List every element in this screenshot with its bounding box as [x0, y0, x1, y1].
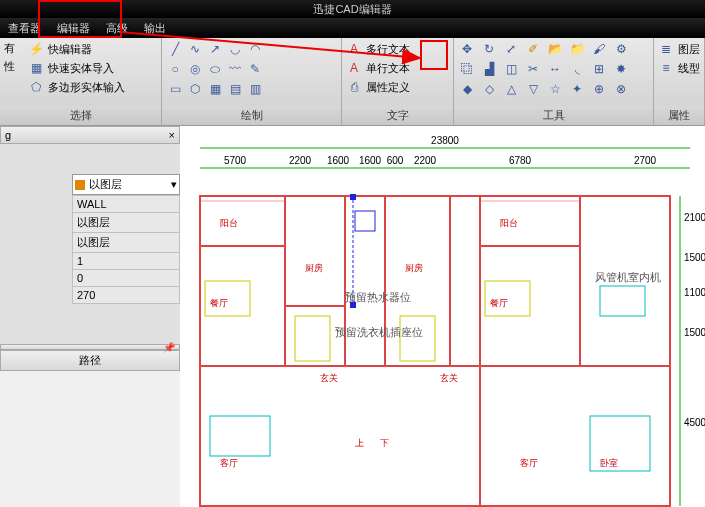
menu-advanced[interactable]: 高级 [98, 18, 136, 38]
prop-bylayer1[interactable]: 以图层 [73, 213, 180, 233]
prop-bylayer2[interactable]: 以图层 [73, 233, 180, 253]
ribbon: 有 性 ⚡快编辑器 ▦快速实体导入 ⬠多边形实体输入 选择 ╱ ∿ ↗ ◡ ◠ … [0, 38, 705, 126]
array-icon[interactable]: ⊞ [590, 60, 608, 78]
ellipse-icon[interactable]: ⬭ [206, 60, 224, 78]
svg-text:23800: 23800 [431, 135, 459, 146]
svg-text:4500: 4500 [684, 417, 705, 428]
app-title: 迅捷CAD编辑器 [313, 2, 391, 17]
menubar: 查看器 编辑器 高级 输出 [0, 18, 705, 38]
svg-text:预留热水器位: 预留热水器位 [345, 291, 411, 303]
svg-text:卧室: 卧室 [600, 458, 618, 468]
close-icon[interactable]: × [169, 129, 175, 141]
t1-icon[interactable]: ◆ [458, 80, 476, 98]
group-select: 选择 [0, 106, 161, 125]
mirror-icon[interactable]: ▟ [480, 60, 498, 78]
grid-icon[interactable]: ▤ [226, 80, 244, 98]
svg-text:客厅: 客厅 [220, 458, 238, 468]
menu-editor[interactable]: 编辑器 [49, 18, 98, 38]
prop-wall[interactable]: WALL [73, 196, 180, 213]
svg-text:预留洗衣机插座位: 预留洗衣机插座位 [335, 326, 423, 338]
cleanup-icon[interactable]: ✐ [524, 40, 542, 58]
prop-one[interactable]: 1 [73, 253, 180, 270]
stext-btn[interactable]: A单行文本 [346, 59, 449, 77]
t8-icon[interactable]: ⊗ [612, 80, 630, 98]
prop-zero[interactable]: 0 [73, 270, 180, 287]
svg-text:玄关: 玄关 [320, 373, 338, 383]
svg-rect-34 [295, 316, 330, 361]
menu-viewer[interactable]: 查看器 [0, 18, 49, 38]
layer-combo[interactable]: 以图层▾ [72, 174, 180, 195]
pin-icon[interactable]: 📌 [163, 342, 175, 353]
circle-icon[interactable]: ○ [166, 60, 184, 78]
svg-text:风管机室内机: 风管机室内机 [595, 271, 661, 283]
quick-edit-btn[interactable]: ⚡快编辑器 [28, 40, 125, 58]
svg-text:厨房: 厨房 [405, 263, 423, 273]
ray-icon[interactable]: ↗ [206, 40, 224, 58]
svg-text:2200: 2200 [414, 155, 437, 166]
line-icon[interactable]: ╱ [166, 40, 184, 58]
t5-icon[interactable]: ☆ [546, 80, 564, 98]
svg-text:2200: 2200 [289, 155, 312, 166]
arc-icon[interactable]: ◡ [226, 40, 244, 58]
chevron-down-icon: ▾ [171, 178, 177, 191]
spline-icon[interactable]: 〰 [226, 60, 244, 78]
svg-text:2100: 2100 [684, 212, 705, 223]
copy-icon[interactable]: ⿻ [458, 60, 476, 78]
circle2-icon[interactable]: ◎ [186, 60, 204, 78]
layer-icon: ≣ [658, 41, 674, 57]
attrdef-btn[interactable]: ⎙属性定义 [346, 78, 449, 96]
hatch-icon[interactable]: ▦ [206, 80, 224, 98]
rotate-icon[interactable]: ↻ [480, 40, 498, 58]
svg-text:5700: 5700 [224, 155, 247, 166]
t6-icon[interactable]: ✦ [568, 80, 586, 98]
svg-text:6780: 6780 [509, 155, 532, 166]
scale-icon[interactable]: ⤢ [502, 40, 520, 58]
settings-icon[interactable]: ⚙ [612, 40, 630, 58]
svg-rect-33 [590, 416, 650, 471]
extend-icon[interactable]: ↔ [546, 60, 564, 78]
offset-icon[interactable]: ◫ [502, 60, 520, 78]
sel-props[interactable]: 性 [4, 59, 15, 74]
color-swatch [75, 180, 85, 190]
prop-angle[interactable]: 270 [73, 287, 180, 304]
t7-icon[interactable]: ⊕ [590, 80, 608, 98]
t4-icon[interactable]: ▽ [524, 80, 542, 98]
svg-text:1100: 1100 [684, 287, 705, 298]
mtext-btn[interactable]: A多行文本 [346, 40, 449, 58]
svg-text:1600: 1600 [359, 155, 382, 166]
folder-icon[interactable]: 📁 [568, 40, 586, 58]
tools-grid: ✥ ↻ ⤢ ✐ 📂 📁 🖌 ⚙ ⿻ ▟ ◫ ✂ ↔ ◟ ⊞ ✸ ◆ ◇ △ ▽ … [458, 40, 649, 98]
svg-rect-40 [350, 194, 356, 200]
explode-icon[interactable]: ✸ [612, 60, 630, 78]
layer-btn[interactable]: ≣图层 [658, 40, 700, 58]
pen-icon[interactable]: ✎ [246, 60, 264, 78]
stext-icon: A [346, 60, 362, 76]
drawing-area[interactable]: 23800 5700 2200 1600 1600 600 2200 6780 … [180, 126, 705, 507]
hex-icon[interactable]: ⬡ [186, 80, 204, 98]
quick-import-btn[interactable]: ▦快速实体导入 [28, 59, 125, 77]
linetype-btn[interactable]: ≡线型 [658, 59, 700, 77]
rect-icon[interactable]: ▭ [166, 80, 184, 98]
file-tab[interactable]: g [5, 129, 11, 141]
menu-output[interactable]: 输出 [136, 18, 174, 38]
arc2-icon[interactable]: ◠ [246, 40, 264, 58]
table-icon[interactable]: ▥ [246, 80, 264, 98]
open-icon[interactable]: 📂 [546, 40, 564, 58]
brush-icon[interactable]: 🖌 [590, 40, 608, 58]
trim-icon[interactable]: ✂ [524, 60, 542, 78]
sel-all[interactable]: 有 [4, 41, 15, 56]
svg-text:2700: 2700 [634, 155, 657, 166]
fillet-icon[interactable]: ◟ [568, 60, 586, 78]
svg-text:客厅: 客厅 [520, 458, 538, 468]
polyline-icon[interactable]: ∿ [186, 40, 204, 58]
group-text: 文字 [342, 106, 453, 125]
svg-text:1500: 1500 [684, 252, 705, 263]
move-icon[interactable]: ✥ [458, 40, 476, 58]
t3-icon[interactable]: △ [502, 80, 520, 98]
svg-rect-37 [355, 211, 375, 231]
bolt-icon: ⚡ [28, 41, 44, 57]
t2-icon[interactable]: ◇ [480, 80, 498, 98]
svg-rect-36 [600, 286, 645, 316]
poly-input-btn[interactable]: ⬠多边形实体输入 [28, 78, 125, 96]
svg-text:厨房: 厨房 [305, 263, 323, 273]
